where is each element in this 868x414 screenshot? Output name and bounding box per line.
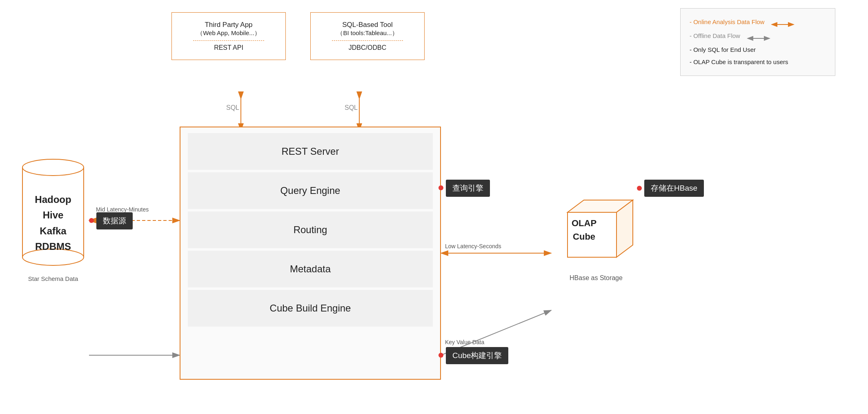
cube-build-label: Cube Build Engine [270,303,351,314]
routing-row: Routing [188,211,433,248]
data-source-tooltip: 数据源 [96,212,133,229]
data-source-dot [89,218,94,223]
sql-label-2: SQL [345,104,358,111]
olap-label: OLAP Cube [572,216,596,243]
hbase-storage-dot [637,186,642,191]
kylin-main-box: REST Server Query Engine Routing Metadat… [180,127,441,380]
low-latency-label: Low Latency-Seconds [445,243,501,249]
sql-tool-title: SQL-Based Tool （BI tools:Tableau...） [323,21,412,37]
hbase-storage-tooltip: 存储在HBase [644,180,704,197]
routing-label: Routing [294,224,327,236]
sql-label-1: SQL [226,104,239,111]
mid-latency-label: Mid Latency-Minutes [96,206,149,213]
hadoop-label: Hadoop Hive Kafka RDBMS [35,192,71,255]
legend-online-label: - Online Analysis Data Flow [690,16,764,28]
svg-point-24 [22,159,84,176]
cube-build-dot [438,353,443,358]
third-party-title: Third Party App （Web App, Mobile...） [184,21,273,37]
query-engine-label: Query Engine [280,185,341,196]
sql-tool-box: SQL-Based Tool （BI tools:Tableau...） JDB… [310,12,425,60]
star-schema-label: Star Schema Data [20,275,86,282]
hadoop-box: Hadoop Hive Kafka RDBMS Star Schema Data [20,155,86,282]
query-engine-row: Query Engine [188,172,433,209]
metadata-row: Metadata [188,251,433,287]
metadata-label: Metadata [290,263,331,275]
legend-offline-label: - Offline Data Flow [690,30,740,42]
sql-tool-api: JDBC/ODBC [323,44,412,51]
hbase-storage-label: HBase as Storage [551,274,641,282]
rest-server-label: REST Server [282,146,339,157]
legend-box: - Online Analysis Data Flow - Offline Da… [680,8,835,76]
rest-server-row: REST Server [188,133,433,170]
key-value-label: Key Value Data [445,339,484,345]
legend-sql-label: - Only SQL for End User [690,44,826,56]
cube-build-tooltip: Cube构建引擎 [446,347,508,364]
diagram-container: - Online Analysis Data Flow - Offline Da… [0,0,868,414]
third-party-api: REST API [184,44,273,51]
legend-olap-label: - OLAP Cube is transparent to users [690,56,826,68]
query-engine-tooltip: 查询引擎 [446,180,490,197]
query-engine-dot [438,185,443,190]
third-party-box: Third Party App （Web App, Mobile...） RES… [171,12,286,60]
cube-build-row: Cube Build Engine [188,290,433,327]
olap-cube-box: OLAP Cube HBase as Storage [551,188,641,282]
